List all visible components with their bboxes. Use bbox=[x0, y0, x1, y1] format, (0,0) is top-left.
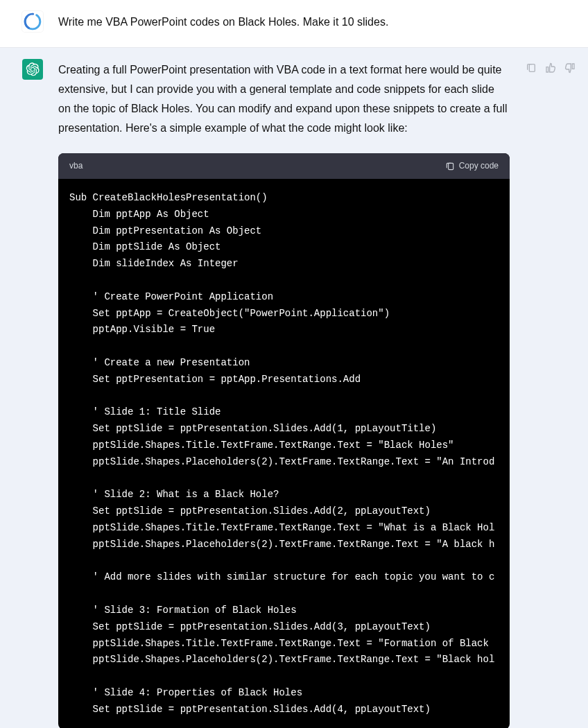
message-actions bbox=[525, 62, 576, 74]
clipboard-icon bbox=[526, 62, 537, 73]
assistant-message-row: Creating a full PowerPoint presentation … bbox=[0, 48, 588, 728]
code-language-label: vba bbox=[69, 159, 83, 173]
assistant-intro-text: Creating a full PowerPoint presentation … bbox=[58, 60, 510, 138]
copy-code-button[interactable]: Copy code bbox=[445, 159, 499, 173]
assistant-avatar bbox=[22, 59, 43, 80]
svg-rect-2 bbox=[448, 163, 453, 169]
user-avatar-icon bbox=[24, 12, 42, 31]
openai-logo-icon bbox=[26, 62, 40, 76]
code-header: vba Copy code bbox=[58, 153, 510, 179]
svg-point-0 bbox=[24, 12, 42, 31]
thumbs-down-icon bbox=[564, 62, 576, 73]
code-block: vba Copy code Sub CreateBlackHolesPresen… bbox=[58, 153, 510, 728]
code-content[interactable]: Sub CreateBlackHolesPresentation() Dim p… bbox=[58, 179, 510, 728]
thumbs-up-button[interactable] bbox=[544, 62, 557, 74]
clipboard-icon bbox=[445, 162, 455, 171]
user-message-text: Write me VBA PowerPoint codes on Black H… bbox=[58, 11, 512, 32]
copy-code-label: Copy code bbox=[459, 159, 499, 173]
thumbs-down-button[interactable] bbox=[564, 62, 576, 74]
copy-message-button[interactable] bbox=[525, 62, 537, 74]
svg-point-1 bbox=[24, 12, 42, 31]
user-message-row: Write me VBA PowerPoint codes on Black H… bbox=[0, 0, 588, 48]
svg-rect-3 bbox=[529, 64, 535, 72]
user-avatar bbox=[22, 11, 43, 32]
thumbs-up-icon bbox=[545, 62, 556, 73]
assistant-message-content: Creating a full PowerPoint presentation … bbox=[58, 59, 510, 728]
chat-container: Write me VBA PowerPoint codes on Black H… bbox=[0, 0, 588, 728]
